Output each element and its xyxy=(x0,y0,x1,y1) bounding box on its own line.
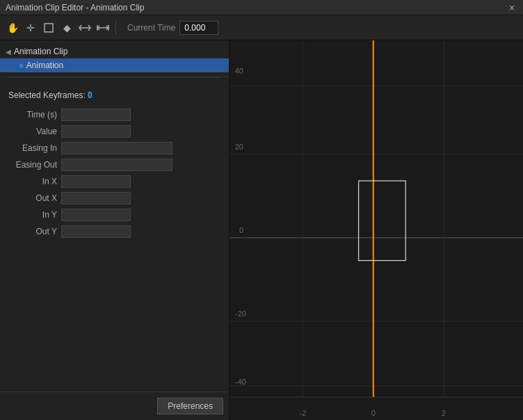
easing-in-input[interactable] xyxy=(61,142,172,154)
curve-svg xyxy=(230,40,523,420)
out-y-label: Out Y xyxy=(8,227,57,236)
in-x-input[interactable] xyxy=(61,175,131,188)
current-time-input[interactable] xyxy=(179,21,218,35)
time-field-row: Time (s) xyxy=(8,108,220,121)
spacer-flex xyxy=(0,249,229,391)
out-x-field-row: Out X xyxy=(8,192,220,204)
easing-in-field-row: Easing In xyxy=(8,142,220,154)
easing-out-label: Easing Out xyxy=(8,160,57,170)
x-label-2: 2 xyxy=(442,409,446,417)
move-tool-icon[interactable]: ✛ xyxy=(24,21,38,35)
value-field-row: Value xyxy=(8,125,220,138)
main-container: ◀ Animation Clip ≡ Animation Selected Ke… xyxy=(0,40,523,420)
translate-h-icon[interactable] xyxy=(78,21,92,35)
out-x-input[interactable] xyxy=(61,192,131,204)
spacer xyxy=(0,78,229,83)
hand-tool-icon[interactable]: ✋ xyxy=(6,21,19,35)
preferences-button[interactable]: Preferences xyxy=(157,398,223,414)
easing-out-field-row: Easing Out xyxy=(8,159,220,171)
tree-area: ◀ Animation Clip ≡ Animation xyxy=(0,40,229,77)
bottom-bar: Preferences xyxy=(0,391,229,420)
svg-rect-14 xyxy=(359,181,406,261)
properties-area: Selected Keyframes: 0 Time (s) Value Eas… xyxy=(0,83,229,249)
current-time-label: Current Time xyxy=(127,23,175,33)
y-label-0: 0 xyxy=(239,226,243,234)
value-input[interactable] xyxy=(61,125,131,138)
left-panel: ◀ Animation Clip ≡ Animation Selected Ke… xyxy=(0,40,230,420)
y-label-neg20: -20 xyxy=(235,309,246,318)
time-label: Time (s) xyxy=(8,110,57,120)
scale-tool-icon[interactable] xyxy=(42,21,56,35)
animation-icon: ≡ xyxy=(19,62,24,70)
in-y-input[interactable] xyxy=(61,209,131,221)
selected-keyframes-count: 0 xyxy=(88,90,92,100)
out-y-field-row: Out Y xyxy=(8,225,220,238)
tree-item-animation[interactable]: ≡ Animation xyxy=(0,58,229,72)
in-x-label: In X xyxy=(8,177,57,186)
toolbar: ✋ ✛ ◆ Current Time xyxy=(0,15,523,40)
close-button[interactable]: × xyxy=(506,2,517,13)
fit-tool-icon[interactable] xyxy=(96,21,110,35)
title-bar-text: Animation Clip Editor - Animation Clip xyxy=(6,3,506,13)
in-x-field-row: In X xyxy=(8,175,220,188)
toolbar-divider xyxy=(115,21,116,35)
tree-item-label: Animation Clip xyxy=(14,47,67,56)
out-y-input[interactable] xyxy=(61,225,131,238)
curve-canvas: 40 20 0 -20 -40 -2 0 2 xyxy=(230,40,523,420)
y-label-40: 40 xyxy=(235,67,243,75)
diamond-tool-icon[interactable]: ◆ xyxy=(60,21,74,35)
tree-item-animation-label: Animation xyxy=(26,60,63,70)
tree-arrow-icon: ◀ xyxy=(6,48,11,56)
title-bar: Animation Clip Editor - Animation Clip × xyxy=(0,0,523,15)
easing-in-label: Easing In xyxy=(8,143,57,153)
curve-editor[interactable]: 40 20 0 -20 -40 -2 0 2 xyxy=(230,40,523,420)
value-label: Value xyxy=(8,127,57,136)
x-label-neg2: -2 xyxy=(300,409,307,417)
x-label-0: 0 xyxy=(371,409,376,417)
selected-keyframes-text: Selected Keyframes: xyxy=(8,90,86,100)
time-input[interactable] xyxy=(61,108,131,121)
tree-item-animation-clip[interactable]: ◀ Animation Clip xyxy=(0,45,229,58)
selected-keyframes-row: Selected Keyframes: 0 xyxy=(8,90,220,100)
svg-rect-0 xyxy=(45,24,53,32)
y-label-neg40: -40 xyxy=(235,378,246,386)
easing-out-input[interactable] xyxy=(61,159,172,171)
in-y-label: In Y xyxy=(8,210,57,220)
y-label-20: 20 xyxy=(235,143,243,151)
out-x-label: Out X xyxy=(8,193,57,203)
in-y-field-row: In Y xyxy=(8,209,220,221)
